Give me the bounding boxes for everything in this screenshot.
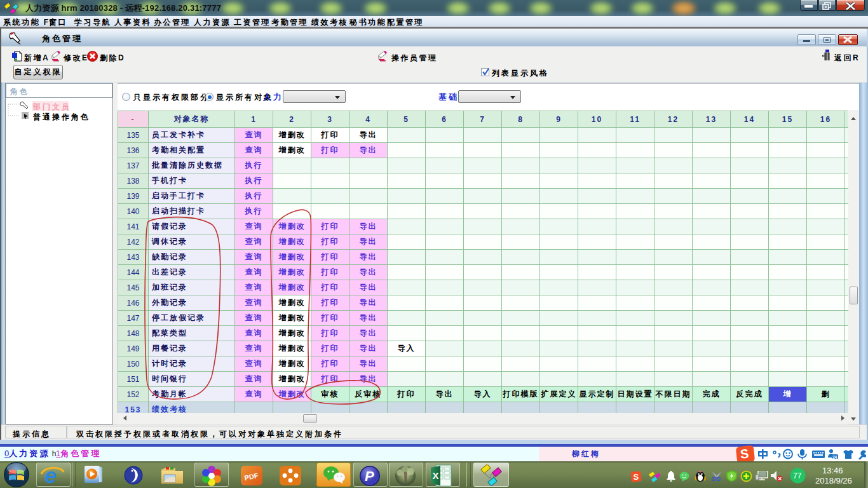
svg-text:e: e [44,463,57,486]
svg-text:P: P [365,468,374,484]
svg-text:S: S [634,472,639,482]
svg-text:X: X [433,470,439,481]
svg-text:24: 24 [832,455,837,459]
svg-text:77: 77 [793,471,802,480]
